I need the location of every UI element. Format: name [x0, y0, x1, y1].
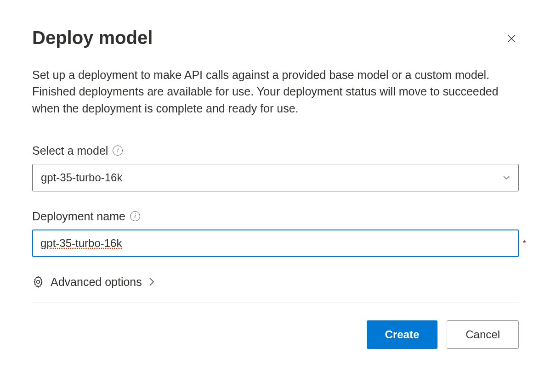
- dialog-description: Set up a deployment to make API calls ag…: [32, 67, 519, 117]
- chevron-right-icon: [148, 277, 155, 286]
- chevron-down-icon: [503, 174, 510, 181]
- model-select-label: Select a model: [32, 144, 108, 157]
- svg-point-2: [37, 280, 40, 284]
- close-button[interactable]: [504, 31, 519, 46]
- close-icon: [506, 33, 517, 44]
- model-select[interactable]: gpt-35-turbo-16k: [32, 164, 519, 191]
- advanced-options-toggle[interactable]: Advanced options: [32, 275, 519, 302]
- info-icon[interactable]: i: [113, 146, 123, 156]
- deployment-name-input[interactable]: [32, 230, 519, 257]
- advanced-options-label: Advanced options: [51, 275, 142, 289]
- dialog-title: Deploy model: [32, 28, 153, 48]
- create-button[interactable]: Create: [367, 320, 438, 349]
- divider: [32, 302, 519, 303]
- info-icon[interactable]: i: [130, 211, 140, 221]
- deployment-name-label: Deployment name: [32, 210, 125, 223]
- cancel-button[interactable]: Cancel: [447, 320, 519, 349]
- required-indicator: *: [523, 238, 526, 248]
- model-select-value: gpt-35-turbo-16k: [41, 171, 122, 184]
- gear-icon: [32, 276, 44, 288]
